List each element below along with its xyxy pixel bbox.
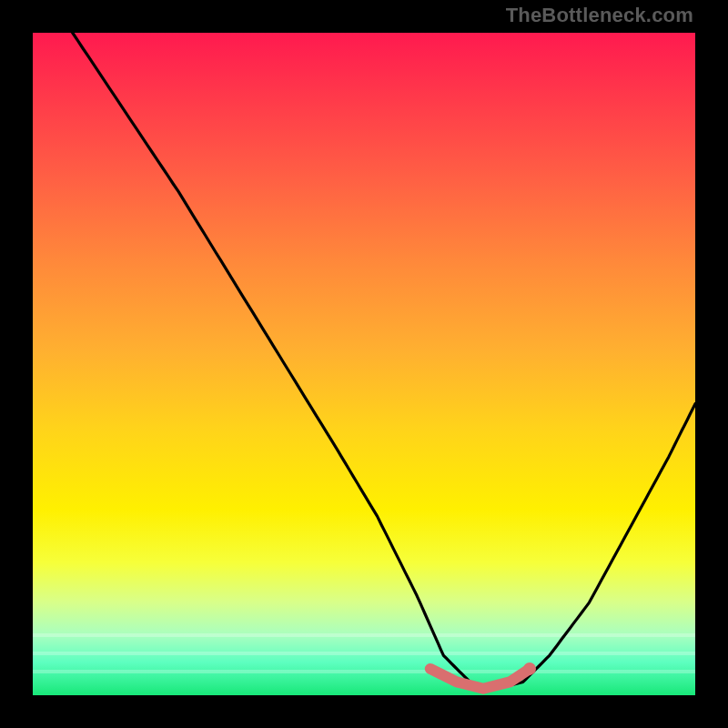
bottleneck-curve [73, 33, 695, 689]
optimal-marker [430, 669, 530, 689]
chart-frame: TheBottleneck.com [0, 0, 728, 728]
watermark-text: TheBottleneck.com [506, 4, 693, 27]
chart-plot-area [33, 33, 695, 695]
chart-svg [33, 33, 695, 695]
optimal-end-dot [523, 662, 536, 675]
